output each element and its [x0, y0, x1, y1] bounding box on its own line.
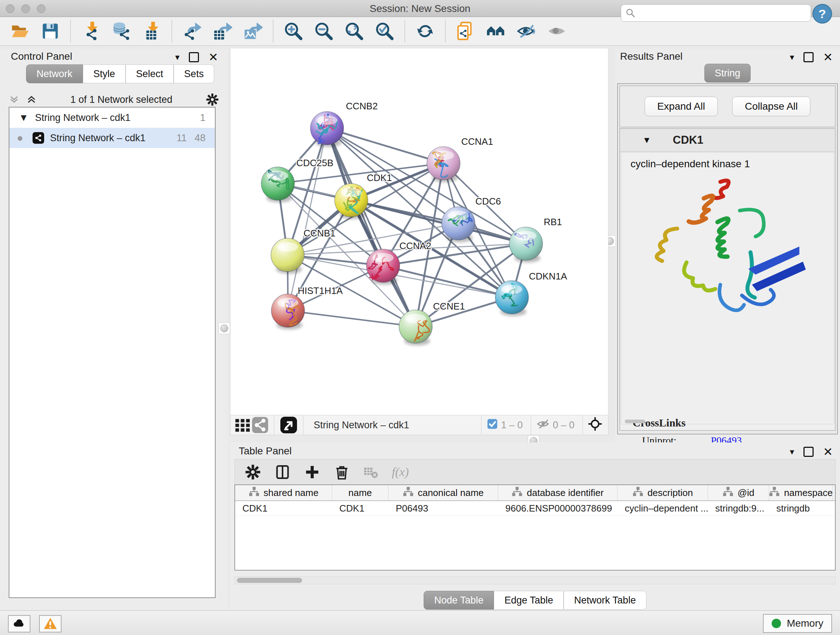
memory-label: Memory	[787, 618, 823, 629]
graphics-details-icon[interactable]	[546, 21, 567, 42]
import-network-icon[interactable]	[80, 21, 101, 42]
scrollbar-thumb[interactable]	[237, 578, 302, 583]
node-HIST1H1A[interactable]	[271, 294, 305, 329]
string-view-icon[interactable]	[251, 415, 269, 435]
tab-style[interactable]: Style	[83, 65, 126, 83]
collection-count: 1	[200, 112, 205, 124]
tab-node-table[interactable]: Node Table	[424, 591, 494, 610]
collapse-all-button[interactable]: Collapse All	[732, 97, 810, 116]
tab-network[interactable]: Network	[26, 65, 83, 83]
export-network-icon[interactable]	[182, 21, 202, 42]
close-results-icon[interactable]: ✕	[823, 53, 833, 61]
zoom-in-icon[interactable]	[283, 21, 304, 42]
hidden-node-edge-count: 0 – 0	[553, 420, 575, 431]
show-columns-icon[interactable]	[275, 464, 291, 480]
search-box[interactable]	[621, 4, 811, 22]
tab-edge-table[interactable]: Edge Table	[494, 591, 564, 610]
close-panel-icon[interactable]: ✕	[208, 53, 218, 61]
float-table-icon[interactable]	[804, 447, 813, 457]
tab-select[interactable]: Select	[126, 65, 174, 83]
delete-column-icon[interactable]	[334, 464, 350, 480]
table-settings-gear-icon[interactable]	[245, 464, 261, 480]
column-header-database-identifier[interactable]: database identifier	[498, 485, 617, 500]
network-options-gear-icon[interactable]	[206, 93, 219, 106]
table-horizontal-scrollbar[interactable]	[234, 576, 836, 584]
network-canvas[interactable]: CCNB2CCNA1CDC25BCDK1CDC6RB1CCNB1CCNA2CDK…	[230, 49, 608, 415]
export-image-icon[interactable]	[242, 21, 264, 42]
expand-all-networks-icon[interactable]	[26, 94, 37, 105]
network-edge[interactable]	[327, 128, 416, 326]
expand-all-button[interactable]: Expand All	[645, 97, 718, 116]
tab-string[interactable]: String	[704, 64, 751, 82]
column-header-namespace[interactable]: namespace	[769, 485, 833, 500]
network-edge[interactable]	[327, 128, 444, 163]
network-view-toolbar: String Network – cdk1 1 – 0 0 – 0	[230, 415, 608, 435]
node-CCNB1[interactable]	[271, 238, 304, 274]
export-table-icon[interactable]	[212, 21, 233, 42]
node-CCNE1[interactable]	[399, 310, 432, 345]
refresh-layout-icon[interactable]	[415, 21, 436, 42]
tree-expander-icon[interactable]: ▼	[19, 112, 28, 124]
collapse-results-icon[interactable]: ▾	[790, 52, 794, 62]
float-panel-icon[interactable]	[189, 52, 199, 62]
node-CDC25B[interactable]	[261, 167, 294, 203]
node-CCNA1[interactable]	[427, 147, 460, 182]
table-cell: cyclin–dependent ...	[617, 501, 708, 516]
node-CCNA2[interactable]	[366, 249, 400, 285]
network-row-selected[interactable]: ● String Network – cdk1 11 48	[9, 128, 215, 148]
zoom-fit-icon[interactable]	[344, 21, 365, 42]
warnings-button[interactable]	[39, 615, 62, 632]
node-label-CDC6: CDC6	[475, 196, 501, 207]
search-input[interactable]	[636, 7, 806, 19]
collapse-panel-icon[interactable]: ▾	[175, 52, 180, 62]
save-session-icon[interactable]	[40, 21, 61, 42]
birdseye-grid-icon[interactable]	[234, 415, 251, 435]
open-session-icon[interactable]	[9, 21, 30, 42]
float-results-icon[interactable]	[804, 52, 813, 62]
zoom-selected-icon[interactable]	[374, 21, 395, 42]
cloud-status-button[interactable]	[8, 615, 30, 632]
hide-panels-icon[interactable]	[485, 21, 507, 42]
add-column-icon[interactable]	[304, 464, 320, 480]
node-RB1[interactable]	[509, 227, 543, 263]
close-table-icon[interactable]: ✕	[823, 448, 833, 456]
node-label-RB1: RB1	[544, 217, 562, 227]
column-header-shared-name[interactable]: shared name	[235, 485, 332, 500]
network-edge[interactable]	[288, 128, 327, 310]
network-edge[interactable]	[288, 310, 416, 326]
table-row[interactable]: CDK1CDK1P064939606.ENSP00000378699cyclin…	[235, 501, 835, 516]
network-collection-label: String Network – cdk1	[35, 112, 200, 124]
left-splitter-handle[interactable]	[218, 323, 230, 334]
network-view-title: String Network – cdk1	[314, 420, 409, 431]
collapse-all-networks-icon[interactable]	[9, 94, 19, 105]
zoom-out-icon[interactable]	[313, 21, 334, 42]
toggle-graphics-icon[interactable]	[516, 21, 537, 42]
clone-network-icon[interactable]	[455, 21, 476, 42]
node-table-grid[interactable]: shared namenamecanonical namedatabase id…	[234, 485, 836, 570]
column-header-@id[interactable]: @id	[708, 485, 769, 500]
column-header-description[interactable]: description	[617, 485, 708, 500]
string-network-icon	[33, 132, 44, 144]
node-result-expander-icon[interactable]: ▼	[643, 135, 651, 145]
import-table-icon[interactable]	[141, 21, 162, 42]
node-label-CCNE1: CCNE1	[433, 301, 465, 312]
open-in-window-icon[interactable]	[279, 415, 298, 435]
help-button[interactable]: ?	[813, 4, 832, 24]
cloud-icon	[12, 616, 27, 631]
hidden-eye-slash-icon[interactable]	[536, 417, 550, 433]
node-result-header[interactable]: ▼ CDK1	[620, 129, 835, 152]
tab-sets[interactable]: Sets	[174, 65, 214, 83]
memory-button[interactable]: Memory	[763, 614, 832, 633]
collapse-table-icon[interactable]: ▾	[790, 447, 794, 457]
network-edge[interactable]	[351, 200, 526, 244]
column-header-name[interactable]: name	[332, 485, 388, 500]
node-CDKN1A[interactable]	[495, 280, 529, 316]
tab-network-table[interactable]: Network Table	[564, 591, 646, 610]
node-CDK1[interactable]	[335, 184, 368, 219]
fit-selected-crosshair-icon[interactable]	[588, 417, 602, 434]
results-horizontal-scrollbar[interactable]	[625, 420, 645, 423]
network-collection-row[interactable]: ▼ String Network – cdk1 1	[9, 108, 215, 128]
selected-checkbox-icon[interactable]	[486, 418, 498, 432]
import-database-icon[interactable]	[111, 21, 132, 42]
column-header-canonical-name[interactable]: canonical name	[388, 485, 498, 500]
